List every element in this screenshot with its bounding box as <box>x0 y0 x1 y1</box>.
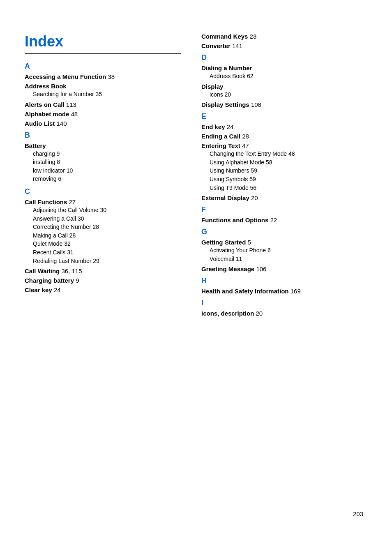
section-letter-b: B <box>25 131 181 140</box>
entry-block: Getting Started 5Activating Your Phone 6… <box>201 239 366 263</box>
entry-main: Address Book <box>25 83 181 90</box>
entry-main: Display Settings 108 <box>201 101 366 108</box>
entry-sub: Address Book 62 <box>201 72 366 81</box>
entry-main: Alerts on Call 113 <box>25 101 181 108</box>
left-column-content: AAccessing a Menu Function 38Address Boo… <box>25 62 181 293</box>
page-container: Index AAccessing a Menu Function 38Addre… <box>0 0 392 542</box>
entry-sub: installing 8 <box>25 158 181 166</box>
entry-block: Health and Safety Information 169 <box>201 288 366 295</box>
entry-sub: charging 9 <box>25 150 181 158</box>
entry-block: Ending a Call 28 <box>201 133 366 140</box>
entry-main: Converter 141 <box>201 42 366 49</box>
entry-main: Dialing a Number <box>201 65 366 71</box>
entry-main: Getting Started 5 <box>201 239 366 246</box>
entry-sub: Answering a Call 30 <box>25 215 181 223</box>
entry-main: Health and Safety Information 169 <box>201 288 366 295</box>
entry-main: Display <box>201 83 366 90</box>
entry-block: Charging battery 9 <box>25 277 181 284</box>
section-letter-c: C <box>25 187 181 196</box>
section-letter-h: H <box>201 277 366 285</box>
entry-main: Call Waiting 36, 115 <box>25 268 181 274</box>
entry-main: Call Functions 27 <box>25 198 181 205</box>
entry-main: Functions and Options 22 <box>201 217 366 224</box>
entry-main: Accessing a Menu Function 38 <box>25 73 181 80</box>
section-letter-e: E <box>201 112 366 121</box>
right-column-content: Command Keys 23Converter 141DDialing a N… <box>201 33 366 317</box>
entry-block: Functions and Options 22 <box>201 217 366 224</box>
entry-block: Converter 141 <box>201 42 366 49</box>
entry-block: Entering Text 47Changing the Text Entry … <box>201 142 366 192</box>
entry-sub: Changing the Text Entry Mode 48 <box>201 150 366 158</box>
entry-block: Alphabet mode 48 <box>25 111 181 118</box>
title-divider <box>25 53 181 54</box>
entry-sub: Adjusting the Call Volume 30 <box>25 206 181 214</box>
entry-sub: Recent Calls 31 <box>25 249 181 257</box>
entry-main: Clear key 24 <box>25 286 181 293</box>
entry-block: Batterycharging 9installing 8low indicat… <box>25 142 181 183</box>
entry-block: Display Settings 108 <box>201 101 366 108</box>
entry-block: Accessing a Menu Function 38 <box>25 73 181 80</box>
entry-main: Ending a Call 28 <box>201 133 366 140</box>
section-letter-f: F <box>201 205 366 214</box>
section-letter-i: I <box>201 299 366 307</box>
entry-block: End key 24 <box>201 123 366 130</box>
entry-sub: Using Alphabet Mode 58 <box>201 159 366 167</box>
entry-sub: Voicemail 11 <box>201 255 366 263</box>
entry-sub: Redialing Last Number 29 <box>25 257 181 265</box>
entry-block: Address BookSearching for a Number 35 <box>25 83 181 99</box>
entry-block: Alerts on Call 113 <box>25 101 181 108</box>
entry-block: Command Keys 23 <box>201 33 366 40</box>
entry-main: Battery <box>25 142 181 149</box>
entry-sub: Using Symbols 59 <box>201 175 366 184</box>
entry-main: Greeting Message 106 <box>201 265 366 272</box>
entry-main: Command Keys 23 <box>201 33 366 40</box>
entry-main: Charging battery 9 <box>25 277 181 284</box>
entry-main: Audio List 140 <box>25 120 181 127</box>
entry-sub: icons 20 <box>201 91 366 99</box>
entry-main: End key 24 <box>201 123 366 130</box>
entry-main: External Display 20 <box>201 194 366 201</box>
entry-sub: Making a Call 28 <box>25 232 181 240</box>
entry-block: Audio List 140 <box>25 120 181 127</box>
entry-sub: Quiet Mode 32 <box>25 240 181 248</box>
entry-sub: Searching for a Number 35 <box>25 90 181 99</box>
entry-sub: Activating Your Phone 6 <box>201 247 366 255</box>
entry-block: External Display 20 <box>201 194 366 201</box>
entry-block: Clear key 24 <box>25 286 181 293</box>
section-letter-d: D <box>201 53 366 62</box>
entry-sub: Using T9 Mode 56 <box>201 184 366 192</box>
entry-block: Displayicons 20 <box>201 83 366 99</box>
entry-sub: Correcting the Number 28 <box>25 223 181 231</box>
footer-page-number: 203 <box>353 510 363 517</box>
entry-main: Alphabet mode 48 <box>25 111 181 118</box>
entry-main: Entering Text 47 <box>201 142 366 149</box>
entry-sub: low indicator 10 <box>25 167 181 175</box>
entry-block: Dialing a NumberAddress Book 62 <box>201 65 366 81</box>
entry-block: Icons, description 20 <box>201 310 366 317</box>
entry-sub: removing 6 <box>25 175 181 183</box>
entry-main: Icons, description 20 <box>201 310 366 317</box>
page-footer: 203 <box>353 510 367 517</box>
entry-block: Call Functions 27Adjusting the Call Volu… <box>25 198 181 265</box>
entry-block: Call Waiting 36, 115 <box>25 268 181 274</box>
section-letter-a: A <box>25 62 181 71</box>
page-title: Index <box>25 33 181 50</box>
section-letter-g: G <box>201 228 366 236</box>
entry-block: Greeting Message 106 <box>201 265 366 272</box>
entry-sub: Using Numbers 59 <box>201 167 366 175</box>
